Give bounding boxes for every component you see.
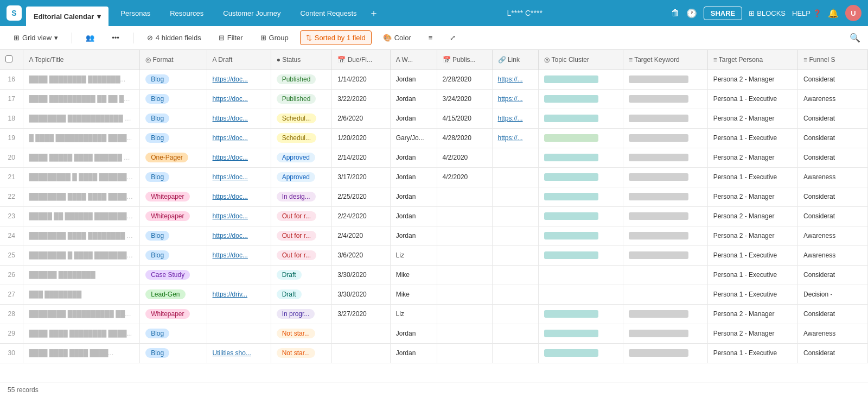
topic-cell[interactable]: ████████ █ ████ ████████...	[23, 245, 140, 265]
link-cell[interactable]: https://...	[492, 89, 539, 109]
link-cell[interactable]	[492, 285, 539, 304]
tab-resources[interactable]: Resources	[162, 6, 211, 21]
draft-cell[interactable]: https://doc...	[207, 245, 271, 265]
link-cell[interactable]	[492, 304, 539, 324]
search-button[interactable]: 🔍	[850, 33, 860, 43]
draft-cell[interactable]: https://doc...	[207, 89, 271, 109]
topic-cell[interactable]: ████ ████ ████ ████...	[23, 343, 140, 363]
tab-customer-journey[interactable]: Customer Journey	[215, 6, 288, 21]
draft-cell[interactable]: https://doc...	[207, 109, 271, 128]
group-button[interactable]: ⊞ Group	[254, 30, 295, 45]
col-cluster[interactable]: ◎ Topic Cluster	[539, 50, 623, 70]
user-avatar[interactable]: U	[845, 5, 861, 21]
link-cell[interactable]	[492, 343, 539, 363]
col-persona[interactable]: ≡ Target Persona	[707, 50, 797, 70]
topic-cell[interactable]: ████████ ██████████ █████ █ ██...	[23, 304, 140, 324]
draft-cell[interactable]: Utilities sho...	[207, 343, 271, 363]
status-cell[interactable]: Schedul...	[271, 128, 332, 148]
col-publish[interactable]: 📅 Publis...	[437, 50, 492, 70]
topic-cell[interactable]: ██████ ████████	[23, 265, 140, 285]
status-cell[interactable]: Published	[271, 89, 332, 109]
format-cell[interactable]: Blog	[140, 89, 207, 109]
col-format[interactable]: ◎ Format	[140, 50, 207, 70]
trash-icon[interactable]: 🗑	[671, 8, 680, 18]
sort-button[interactable]: ⇅ Sorted by 1 field	[300, 30, 372, 45]
link-cell[interactable]: https://...	[492, 70, 539, 89]
format-cell[interactable]: Case Study	[140, 265, 207, 285]
format-cell[interactable]: Blog	[140, 109, 207, 128]
format-cell[interactable]: Lead-Gen	[140, 285, 207, 304]
status-cell[interactable]: Approved	[271, 167, 332, 187]
color-button[interactable]: 🎨 Color	[377, 30, 417, 45]
draft-cell[interactable]: https://doc...	[207, 206, 271, 226]
topic-cell[interactable]: ████████ ████ ████ ████ ███...	[23, 187, 140, 206]
link-cell[interactable]	[492, 187, 539, 206]
topic-cell[interactable]: ████████ ████ ████████ ████...	[23, 226, 140, 245]
col-writer[interactable]: A W...	[390, 50, 437, 70]
status-cell[interactable]: Out for r...	[271, 245, 332, 265]
col-funnel[interactable]: ≡ Funnel S	[798, 50, 868, 70]
topic-cell[interactable]: █████ ██ ██████ ████████████...	[23, 206, 140, 226]
history-icon[interactable]: 🕐	[686, 8, 697, 18]
blocks-button[interactable]: ⊞ BLOCKS	[749, 9, 786, 17]
draft-cell[interactable]	[207, 304, 271, 324]
format-cell[interactable]: Whitepaper	[140, 187, 207, 206]
grid-view-button[interactable]: ⊞ Grid view ▾	[8, 30, 64, 45]
status-cell[interactable]: In progr...	[271, 304, 332, 324]
format-cell[interactable]: Blog	[140, 343, 207, 363]
topic-cell[interactable]: ████████ ████████████ ████████...	[23, 109, 140, 128]
col-link[interactable]: 🔗 Link	[492, 50, 539, 70]
topic-cell[interactable]: ████ ██████████ ██ ██ ████...	[23, 89, 140, 109]
draft-cell[interactable]: https://doc...	[207, 70, 271, 89]
more-options-button[interactable]: •••	[106, 30, 125, 45]
draft-cell[interactable]	[207, 265, 271, 285]
status-cell[interactable]: Out for r...	[271, 206, 332, 226]
col-keyword[interactable]: ≡ Target Keyword	[623, 50, 708, 70]
link-cell[interactable]	[492, 245, 539, 265]
link-cell[interactable]: https://...	[492, 128, 539, 148]
filter-button[interactable]: ⊟ Filter	[213, 30, 249, 45]
status-cell[interactable]: Schedul...	[271, 109, 332, 128]
topic-cell[interactable]: ████ ████ ████████ ████...	[23, 324, 140, 343]
add-tab-button[interactable]: ＋	[369, 7, 379, 20]
topic-cell[interactable]: ███ ████████	[23, 285, 140, 304]
tab-content-requests[interactable]: Content Requests	[293, 6, 365, 21]
select-all-checkbox[interactable]	[5, 55, 12, 62]
link-cell[interactable]	[492, 324, 539, 343]
link-cell[interactable]	[492, 206, 539, 226]
status-cell[interactable]: Approved	[271, 148, 332, 167]
link-cell[interactable]	[492, 167, 539, 187]
help-button[interactable]: HELP ❓	[792, 9, 821, 17]
topic-cell[interactable]: █ ████ ███████████ ████...	[23, 128, 140, 148]
format-cell[interactable]: Blog	[140, 70, 207, 89]
notification-bell-icon[interactable]: 🔔	[828, 8, 839, 18]
link-cell[interactable]	[492, 265, 539, 285]
col-checkbox[interactable]	[0, 50, 23, 70]
format-cell[interactable]: Blog	[140, 226, 207, 245]
draft-cell[interactable]: https://doc...	[207, 148, 271, 167]
col-due[interactable]: 📅 Due/Fi...	[332, 50, 390, 70]
status-cell[interactable]: Out for r...	[271, 226, 332, 245]
format-cell[interactable]: Whitepaper	[140, 304, 207, 324]
status-cell[interactable]: Draft	[271, 265, 332, 285]
draft-cell[interactable]: https://doc...	[207, 167, 271, 187]
format-cell[interactable]: Blog	[140, 167, 207, 187]
topic-cell[interactable]: █████████ █ ████ ████████ ███...	[23, 167, 140, 187]
tab-personas[interactable]: Personas	[113, 6, 158, 21]
topic-cell[interactable]: ████ █████ ████ ██████ ███ ██...	[23, 148, 140, 167]
hidden-fields-button[interactable]: ⊘ 4 hidden fields	[141, 30, 207, 45]
status-cell[interactable]: Not star...	[271, 343, 332, 363]
format-cell[interactable]: Blog	[140, 245, 207, 265]
status-cell[interactable]: Not star...	[271, 324, 332, 343]
draft-cell[interactable]: https://doc...	[207, 187, 271, 206]
draft-cell[interactable]: https://doc...	[207, 128, 271, 148]
format-cell[interactable]: Whitepaper	[140, 206, 207, 226]
share-button[interactable]: SHARE	[704, 7, 743, 20]
format-cell[interactable]: Blog	[140, 128, 207, 148]
expand-button[interactable]: ⤢	[444, 30, 462, 45]
collaborators-button[interactable]: 👥	[80, 30, 100, 45]
col-status[interactable]: ● Status	[271, 50, 332, 70]
col-draft[interactable]: A Draft	[207, 50, 271, 70]
status-cell[interactable]: Published	[271, 70, 332, 89]
tab-editorial-calendar[interactable]: Editorial Calendar ▾	[26, 7, 108, 26]
